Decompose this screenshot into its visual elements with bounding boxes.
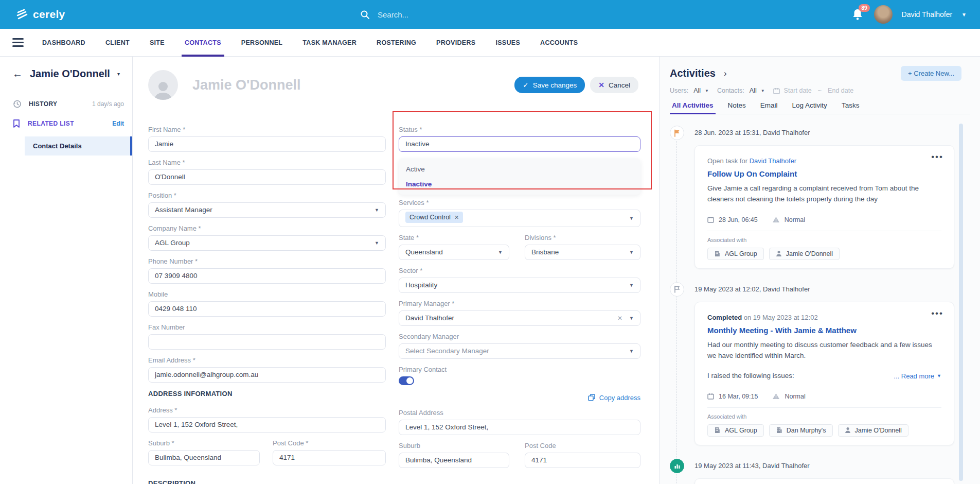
create-new-button[interactable]: + Create New... — [901, 66, 961, 81]
sidebar-related-list-row[interactable]: RELATED LIST Edit — [0, 117, 132, 130]
start-date-input[interactable]: Start date — [784, 87, 812, 94]
nav-item-site[interactable]: SITE — [147, 29, 168, 57]
nav-item-contacts[interactable]: CONTACTS — [182, 29, 224, 57]
save-changes-button[interactable]: ✓ Save changes — [514, 77, 585, 93]
remove-chip-icon[interactable]: ✕ — [454, 213, 459, 222]
contact-switcher-caret-icon[interactable]: ▾ — [117, 71, 120, 77]
services-select[interactable]: Crowd Control ✕ ▼ — [399, 210, 640, 227]
position-label: Position * — [148, 192, 386, 199]
post-code-field[interactable]: 4171 — [273, 450, 386, 465]
associated-chip[interactable]: Dan Murphy's — [769, 424, 833, 437]
services-label: Services * — [399, 199, 640, 206]
users-filter-value[interactable]: All — [693, 87, 701, 94]
clear-selection-icon[interactable]: ✕ — [617, 311, 622, 325]
users-filter-label: Users: — [670, 87, 688, 94]
primary-manager-label: Primary Manager * — [399, 300, 640, 307]
nav-item-rostering[interactable]: ROSTERING — [373, 29, 419, 57]
company-name-select[interactable]: AGL Group ▼ — [148, 235, 386, 251]
service-chip[interactable]: Crowd Control ✕ — [405, 212, 463, 223]
sector-label: Sector * — [399, 267, 640, 274]
tab-all-activities[interactable]: All Activities — [672, 101, 714, 114]
associated-chip[interactable]: AGL Group — [707, 248, 764, 260]
activity-body: Had our monthly meeting to discuss custo… — [707, 340, 941, 361]
more-options-icon[interactable]: ••• — [931, 308, 943, 319]
nav-item-providers[interactable]: PROVIDERS — [433, 29, 478, 57]
cerely-logo[interactable]: cerely — [15, 8, 65, 21]
copy-address-link[interactable]: Copy address — [399, 392, 640, 403]
associated-chip[interactable]: Jamie O'Donnell — [838, 424, 908, 437]
more-options-icon[interactable]: ••• — [931, 152, 943, 162]
activity-title-link[interactable]: Follow Up On Complaint — [707, 169, 941, 178]
chevron-down-icon[interactable]: ▼ — [705, 89, 709, 93]
nav-item-issues[interactable]: ISSUES — [492, 29, 523, 57]
postal-post-code-label: Post Code — [525, 442, 640, 450]
activities-expand-icon[interactable]: › — [724, 68, 727, 79]
postal-post-code-field[interactable]: 4171 — [525, 453, 640, 468]
postal-address-field[interactable]: Level 1, 152 Oxford Street, — [399, 420, 640, 435]
hamburger-menu-icon[interactable] — [12, 38, 24, 47]
topbar: cerely Search... 89 — [0, 0, 980, 29]
task-owner-link[interactable]: David Thalhofer — [750, 157, 797, 165]
notifications-button[interactable]: 89 — [851, 8, 865, 21]
calendar-icon — [707, 393, 714, 400]
nav-item-client[interactable]: CLIENT — [102, 29, 133, 57]
nav-item-accounts[interactable]: ACCOUNTS — [537, 29, 581, 57]
tab-tasks[interactable]: Tasks — [842, 101, 860, 114]
read-more-link[interactable]: ... Read more ▼ — [894, 372, 941, 380]
secondary-manager-select[interactable]: Select Secondary Manager ▼ — [399, 343, 640, 359]
suburb-label: Suburb * — [148, 439, 260, 447]
position-select[interactable]: Assistant Manager ▼ — [148, 202, 386, 218]
cancel-button[interactable]: ✕ Cancel — [590, 77, 638, 93]
due-date: 16 Mar, 09:15 — [719, 393, 758, 400]
user-avatar[interactable] — [874, 5, 893, 24]
chevron-down-icon: ▼ — [937, 373, 941, 378]
status-option[interactable]: Active — [399, 162, 640, 177]
activity-card[interactable]: ••• Open task for David Thalhofer Follow… — [694, 145, 954, 269]
primary-manager-select[interactable]: David Thalhofer ✕ ▼ — [399, 310, 640, 326]
divisions-select[interactable]: Brisbane ▼ — [525, 245, 640, 260]
tab-log-activity[interactable]: Log Activity — [792, 101, 827, 114]
sidebar-history-row[interactable]: HISTORY 1 day/s ago — [0, 97, 132, 111]
tab-email[interactable]: Email — [760, 101, 778, 114]
end-date-input[interactable]: End date — [828, 87, 853, 94]
email-address-field[interactable]: jamie.odonnell@alhgroup.com.au — [148, 367, 386, 383]
postal-suburb-field[interactable]: Bulimba, Queensland — [399, 453, 509, 468]
nav-item-task-manager[interactable]: TASK MANAGER — [299, 29, 360, 57]
back-arrow-icon[interactable]: ← — [12, 68, 23, 80]
status-field[interactable]: Inactive — [399, 136, 640, 152]
nav-item-personnel[interactable]: PERSONNEL — [238, 29, 286, 57]
associated-chip[interactable]: AGL Group — [707, 424, 764, 437]
primary-contact-label: Primary Contact — [399, 366, 640, 373]
related-list-label: RELATED LIST — [28, 120, 74, 127]
sector-select[interactable]: Hospitality ▼ — [399, 278, 640, 293]
primary-contact-toggle[interactable] — [399, 376, 414, 385]
company-icon — [714, 250, 721, 257]
last-name-field[interactable]: O'Donnell — [148, 169, 386, 185]
completed-status: Completed — [707, 314, 742, 321]
activity-card[interactable]: ••• Monthly Meeting - Postive Feedback J… — [694, 478, 954, 484]
sidebar-item-contact-details[interactable]: Contact Details — [25, 136, 132, 155]
contact-avatar-placeholder[interactable] — [148, 70, 178, 100]
activities-scrollbar[interactable] — [959, 124, 963, 481]
activity-title-link[interactable]: Monthly Meeting - With Jamie & Matthew — [707, 326, 941, 335]
search-input[interactable]: Search... — [360, 0, 408, 29]
contacts-filter-value[interactable]: All — [750, 87, 757, 94]
state-select[interactable]: Queensland ▼ — [399, 245, 509, 260]
phone-number-field[interactable]: 07 3909 4800 — [148, 268, 386, 284]
fax-number-field[interactable] — [148, 334, 386, 350]
chevron-down-icon[interactable]: ▼ — [761, 89, 765, 93]
address-field[interactable]: Level 1, 152 Oxford Street, — [148, 417, 386, 433]
person-icon — [776, 250, 782, 257]
tab-notes[interactable]: Notes — [728, 101, 746, 114]
mobile-field[interactable]: 0429 048 110 — [148, 301, 386, 317]
nav-item-dashboard[interactable]: DASHBOARD — [39, 29, 88, 57]
search-icon — [360, 10, 370, 20]
first-name-field[interactable]: Jamie — [148, 136, 386, 152]
chevron-down-icon: ▼ — [629, 278, 634, 292]
associated-chip[interactable]: Jamie O'Donnell — [769, 248, 840, 260]
activity-card[interactable]: ••• Completed on 19 May 2023 at 12:02 Mo… — [694, 302, 954, 445]
status-option[interactable]: Inactive — [399, 177, 640, 192]
suburb-field[interactable]: Bulimba, Queensland — [148, 450, 260, 465]
related-list-edit-link[interactable]: Edit — [112, 120, 124, 127]
user-menu-caret-icon[interactable]: ▼ — [961, 12, 967, 18]
